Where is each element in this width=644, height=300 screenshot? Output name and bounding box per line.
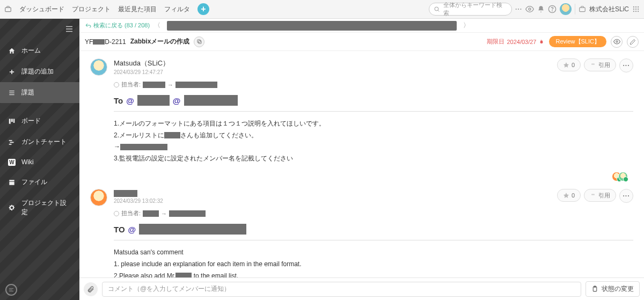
change-status-button[interactable]: 状態の変更 (586, 281, 640, 297)
mention-icon: @ (126, 96, 134, 105)
svg-point-11 (635, 9, 636, 10)
quote-button[interactable]: 引用 (584, 58, 616, 71)
clipboard-icon (591, 286, 598, 292)
mention-icon: @ (173, 96, 181, 105)
comment-timestamp: 2024/03/29 13:02:32 (114, 198, 633, 204)
sidebar-item-home[interactable]: ホーム (0, 40, 79, 61)
wiki-icon: W (8, 159, 16, 166)
more-button[interactable]: ··· (619, 58, 633, 72)
bell-icon[interactable] (537, 5, 545, 13)
read-receipts (80, 170, 643, 184)
star-button[interactable]: 0 (557, 189, 581, 202)
due-date: 期限日 2024/03/27 (487, 38, 545, 46)
sidebar-item-add-issue[interactable]: 課題の追加 (0, 61, 79, 82)
sidebar-item-label: ガントチャート (21, 137, 67, 147)
flame-icon (538, 39, 545, 45)
eye-icon[interactable] (525, 5, 534, 13)
sidebar-item-label: 課題の追加 (21, 67, 54, 76)
nav-projects[interactable]: プロジェクト (72, 5, 111, 14)
global-search[interactable]: 全体からキーワード検索 (429, 3, 512, 16)
comment-to-line: To @ @ (114, 95, 633, 106)
search-icon (434, 6, 440, 12)
comment-author: Matsuda（SLiC） (114, 58, 633, 68)
back-to-search-link[interactable]: 検索に戻る (83 / 208) (85, 21, 150, 30)
svg-rect-25 (11, 119, 13, 122)
suitcase2-icon[interactable] (579, 5, 586, 13)
attach-button[interactable] (84, 282, 98, 296)
svg-rect-26 (13, 119, 14, 123)
sidebar-item-files[interactable]: ファイル (0, 172, 79, 193)
file-icon (8, 179, 16, 186)
gear-icon (8, 204, 16, 211)
more-icon[interactable]: ··· (515, 5, 522, 13)
quote-icon (590, 192, 596, 199)
status-chip[interactable]: Review【SLIC】 (549, 36, 606, 47)
svg-rect-24 (9, 119, 11, 123)
watch-icon[interactable] (611, 36, 623, 48)
gantt-icon (8, 138, 16, 146)
svg-rect-6 (580, 8, 586, 12)
quote-button[interactable]: 引用 (584, 189, 616, 202)
comment-footer: コメント（@を入力してメンバーに通知） 状態の変更 (79, 277, 644, 300)
sidebar-item-issues[interactable]: 課題 (0, 82, 79, 103)
issue-title: Zabbixメールの作成 (130, 37, 190, 46)
svg-rect-33 (199, 41, 202, 44)
svg-point-1 (435, 7, 438, 11)
chevron-left-icon[interactable]: 〈 (154, 21, 160, 30)
commenter-avatar[interactable] (90, 58, 107, 76)
star-button[interactable]: 0 (557, 58, 581, 71)
sidebar-item-label: プロジェクト設定 (21, 199, 72, 217)
commenter-avatar[interactable] (90, 189, 107, 206)
more-button[interactable]: ··· (619, 189, 633, 203)
sidebar-item-settings[interactable]: プロジェクト設定 (0, 193, 79, 223)
svg-rect-29 (9, 143, 12, 144)
svg-rect-34 (197, 40, 201, 43)
search-placeholder: 全体からキーワード検索 (443, 1, 507, 17)
nav-dashboard[interactable]: ダッシュボード (19, 5, 64, 14)
svg-line-2 (438, 10, 439, 11)
top-bar: ダッシュボード プロジェクト 最近見た項目 フィルタ + 全体からキーワード検索… (0, 0, 644, 19)
list-icon (8, 89, 16, 97)
sidebar: ホーム 課題の追加 課題 ボード ガントチャート WWiki ファイル プロジェ… (0, 19, 79, 300)
comment-text: Matsuda san's comment 1. please include … (114, 247, 633, 277)
comments-scroll[interactable]: 0 引用 ··· Matsuda（SLiC） 2024/03/29 12:47:… (79, 51, 644, 277)
copy-icon[interactable] (194, 36, 204, 47)
home-icon (8, 47, 16, 55)
hamburger-icon[interactable] (64, 24, 74, 34)
sidebar-item-label: 課題 (21, 88, 34, 97)
board-icon (8, 118, 16, 125)
nav-filter[interactable]: フィルタ (164, 5, 190, 14)
add-button[interactable]: + (197, 3, 209, 15)
help-icon[interactable] (548, 5, 557, 13)
svg-point-9 (638, 6, 639, 8)
apps-icon[interactable] (632, 5, 640, 13)
sidebar-item-gantt[interactable]: ガントチャート (0, 131, 79, 152)
comment-input[interactable]: コメント（@を入力してメンバーに通知） (102, 282, 581, 297)
star-icon (563, 192, 569, 199)
issue-key: YFD-2211 (85, 38, 126, 46)
svg-rect-28 (10, 142, 14, 143)
chevron-right-icon[interactable]: 〉 (463, 21, 470, 30)
reader-avatar[interactable] (618, 172, 628, 181)
edit-icon[interactable] (627, 36, 639, 48)
svg-point-12 (638, 9, 639, 10)
issue-title-bar: YFD-2211 Zabbixメールの作成 期限日 2024/03/27 Rev… (79, 33, 644, 51)
suitcase-icon[interactable] (4, 5, 12, 13)
svg-point-5 (552, 11, 553, 11)
comment-block: 0 引用 ··· 2024/03/29 13:02:32 担当者: → TO @… (80, 184, 643, 277)
comment-history: 担当者: → (114, 209, 633, 217)
sidebar-item-label: ボード (21, 116, 41, 126)
sidebar-item-label: ホーム (21, 46, 41, 55)
sidebar-item-wiki[interactable]: WWiki (0, 152, 79, 172)
svg-point-13 (633, 11, 634, 12)
svg-point-3 (529, 8, 531, 10)
quote-icon (590, 62, 596, 68)
company-name[interactable]: 株式会社SLiC (589, 5, 629, 14)
sidebar-corner-icon[interactable] (5, 284, 17, 296)
user-avatar[interactable] (560, 3, 572, 15)
svg-point-15 (638, 11, 639, 12)
sidebar-item-board[interactable]: ボード (0, 111, 79, 131)
sidebar-item-label: ファイル (21, 178, 47, 187)
paperclip-icon (87, 286, 94, 293)
nav-recent[interactable]: 最近見た項目 (118, 5, 157, 14)
